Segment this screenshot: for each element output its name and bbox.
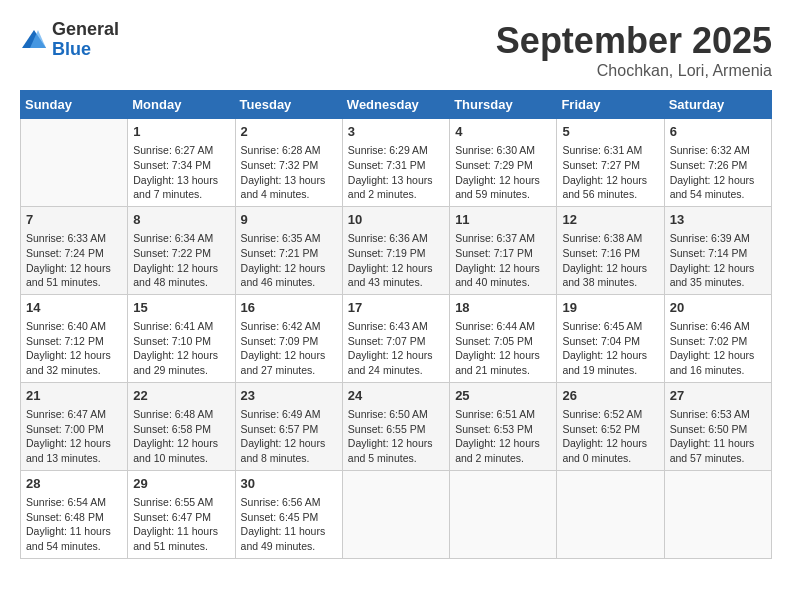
day-number: 16 [241,299,337,317]
location: Chochkan, Lori, Armenia [496,62,772,80]
calendar-cell: 16Sunrise: 6:42 AM Sunset: 7:09 PM Dayli… [235,294,342,382]
day-info: Sunrise: 6:45 AM Sunset: 7:04 PM Dayligh… [562,319,658,378]
calendar-cell: 30Sunrise: 6:56 AM Sunset: 6:45 PM Dayli… [235,470,342,558]
logo-general: General [52,20,119,40]
calendar-cell: 2Sunrise: 6:28 AM Sunset: 7:32 PM Daylig… [235,119,342,207]
calendar-cell [21,119,128,207]
calendar-cell: 7Sunrise: 6:33 AM Sunset: 7:24 PM Daylig… [21,206,128,294]
calendar-table: SundayMondayTuesdayWednesdayThursdayFrid… [20,90,772,559]
calendar-cell: 9Sunrise: 6:35 AM Sunset: 7:21 PM Daylig… [235,206,342,294]
day-info: Sunrise: 6:27 AM Sunset: 7:34 PM Dayligh… [133,143,229,202]
calendar-cell [450,470,557,558]
day-number: 20 [670,299,766,317]
calendar-cell: 8Sunrise: 6:34 AM Sunset: 7:22 PM Daylig… [128,206,235,294]
day-info: Sunrise: 6:33 AM Sunset: 7:24 PM Dayligh… [26,231,122,290]
day-number: 24 [348,387,444,405]
calendar-cell: 28Sunrise: 6:54 AM Sunset: 6:48 PM Dayli… [21,470,128,558]
day-info: Sunrise: 6:47 AM Sunset: 7:00 PM Dayligh… [26,407,122,466]
day-number: 28 [26,475,122,493]
day-info: Sunrise: 6:54 AM Sunset: 6:48 PM Dayligh… [26,495,122,554]
weekday-header: Sunday [21,91,128,119]
day-number: 11 [455,211,551,229]
day-info: Sunrise: 6:31 AM Sunset: 7:27 PM Dayligh… [562,143,658,202]
day-number: 29 [133,475,229,493]
day-info: Sunrise: 6:51 AM Sunset: 6:53 PM Dayligh… [455,407,551,466]
day-info: Sunrise: 6:50 AM Sunset: 6:55 PM Dayligh… [348,407,444,466]
calendar-cell: 26Sunrise: 6:52 AM Sunset: 6:52 PM Dayli… [557,382,664,470]
calendar-week-row: 7Sunrise: 6:33 AM Sunset: 7:24 PM Daylig… [21,206,772,294]
day-info: Sunrise: 6:53 AM Sunset: 6:50 PM Dayligh… [670,407,766,466]
calendar-cell: 17Sunrise: 6:43 AM Sunset: 7:07 PM Dayli… [342,294,449,382]
weekday-header: Wednesday [342,91,449,119]
day-number: 3 [348,123,444,141]
calendar-cell: 10Sunrise: 6:36 AM Sunset: 7:19 PM Dayli… [342,206,449,294]
title-block: September 2025 Chochkan, Lori, Armenia [496,20,772,80]
calendar-cell: 29Sunrise: 6:55 AM Sunset: 6:47 PM Dayli… [128,470,235,558]
day-info: Sunrise: 6:36 AM Sunset: 7:19 PM Dayligh… [348,231,444,290]
day-number: 15 [133,299,229,317]
day-info: Sunrise: 6:49 AM Sunset: 6:57 PM Dayligh… [241,407,337,466]
day-number: 21 [26,387,122,405]
day-info: Sunrise: 6:29 AM Sunset: 7:31 PM Dayligh… [348,143,444,202]
day-number: 19 [562,299,658,317]
calendar-cell: 14Sunrise: 6:40 AM Sunset: 7:12 PM Dayli… [21,294,128,382]
calendar-cell [342,470,449,558]
day-number: 13 [670,211,766,229]
day-number: 7 [26,211,122,229]
day-number: 30 [241,475,337,493]
calendar-cell: 21Sunrise: 6:47 AM Sunset: 7:00 PM Dayli… [21,382,128,470]
day-info: Sunrise: 6:43 AM Sunset: 7:07 PM Dayligh… [348,319,444,378]
calendar-week-row: 21Sunrise: 6:47 AM Sunset: 7:00 PM Dayli… [21,382,772,470]
day-info: Sunrise: 6:41 AM Sunset: 7:10 PM Dayligh… [133,319,229,378]
logo-icon [20,26,48,54]
day-number: 18 [455,299,551,317]
weekday-header-row: SundayMondayTuesdayWednesdayThursdayFrid… [21,91,772,119]
day-number: 2 [241,123,337,141]
page-header: General Blue September 2025 Chochkan, Lo… [20,20,772,80]
day-info: Sunrise: 6:30 AM Sunset: 7:29 PM Dayligh… [455,143,551,202]
day-number: 8 [133,211,229,229]
day-number: 25 [455,387,551,405]
day-number: 5 [562,123,658,141]
calendar-cell: 11Sunrise: 6:37 AM Sunset: 7:17 PM Dayli… [450,206,557,294]
day-number: 23 [241,387,337,405]
calendar-cell: 23Sunrise: 6:49 AM Sunset: 6:57 PM Dayli… [235,382,342,470]
day-number: 12 [562,211,658,229]
day-number: 22 [133,387,229,405]
logo: General Blue [20,20,119,60]
day-info: Sunrise: 6:46 AM Sunset: 7:02 PM Dayligh… [670,319,766,378]
day-number: 17 [348,299,444,317]
day-number: 14 [26,299,122,317]
day-info: Sunrise: 6:55 AM Sunset: 6:47 PM Dayligh… [133,495,229,554]
calendar-cell: 12Sunrise: 6:38 AM Sunset: 7:16 PM Dayli… [557,206,664,294]
calendar-cell: 24Sunrise: 6:50 AM Sunset: 6:55 PM Dayli… [342,382,449,470]
calendar-cell: 5Sunrise: 6:31 AM Sunset: 7:27 PM Daylig… [557,119,664,207]
day-info: Sunrise: 6:35 AM Sunset: 7:21 PM Dayligh… [241,231,337,290]
calendar-cell: 18Sunrise: 6:44 AM Sunset: 7:05 PM Dayli… [450,294,557,382]
calendar-cell: 1Sunrise: 6:27 AM Sunset: 7:34 PM Daylig… [128,119,235,207]
day-info: Sunrise: 6:28 AM Sunset: 7:32 PM Dayligh… [241,143,337,202]
day-info: Sunrise: 6:52 AM Sunset: 6:52 PM Dayligh… [562,407,658,466]
day-number: 26 [562,387,658,405]
day-number: 6 [670,123,766,141]
day-number: 4 [455,123,551,141]
calendar-cell: 13Sunrise: 6:39 AM Sunset: 7:14 PM Dayli… [664,206,771,294]
calendar-week-row: 28Sunrise: 6:54 AM Sunset: 6:48 PM Dayli… [21,470,772,558]
calendar-cell [664,470,771,558]
calendar-cell: 15Sunrise: 6:41 AM Sunset: 7:10 PM Dayli… [128,294,235,382]
logo-blue: Blue [52,40,119,60]
weekday-header: Saturday [664,91,771,119]
day-number: 9 [241,211,337,229]
calendar-cell: 3Sunrise: 6:29 AM Sunset: 7:31 PM Daylig… [342,119,449,207]
calendar-week-row: 14Sunrise: 6:40 AM Sunset: 7:12 PM Dayli… [21,294,772,382]
day-info: Sunrise: 6:37 AM Sunset: 7:17 PM Dayligh… [455,231,551,290]
day-info: Sunrise: 6:40 AM Sunset: 7:12 PM Dayligh… [26,319,122,378]
calendar-week-row: 1Sunrise: 6:27 AM Sunset: 7:34 PM Daylig… [21,119,772,207]
day-info: Sunrise: 6:44 AM Sunset: 7:05 PM Dayligh… [455,319,551,378]
day-info: Sunrise: 6:42 AM Sunset: 7:09 PM Dayligh… [241,319,337,378]
calendar-cell: 25Sunrise: 6:51 AM Sunset: 6:53 PM Dayli… [450,382,557,470]
day-number: 10 [348,211,444,229]
month-title: September 2025 [496,20,772,62]
calendar-cell: 20Sunrise: 6:46 AM Sunset: 7:02 PM Dayli… [664,294,771,382]
weekday-header: Friday [557,91,664,119]
